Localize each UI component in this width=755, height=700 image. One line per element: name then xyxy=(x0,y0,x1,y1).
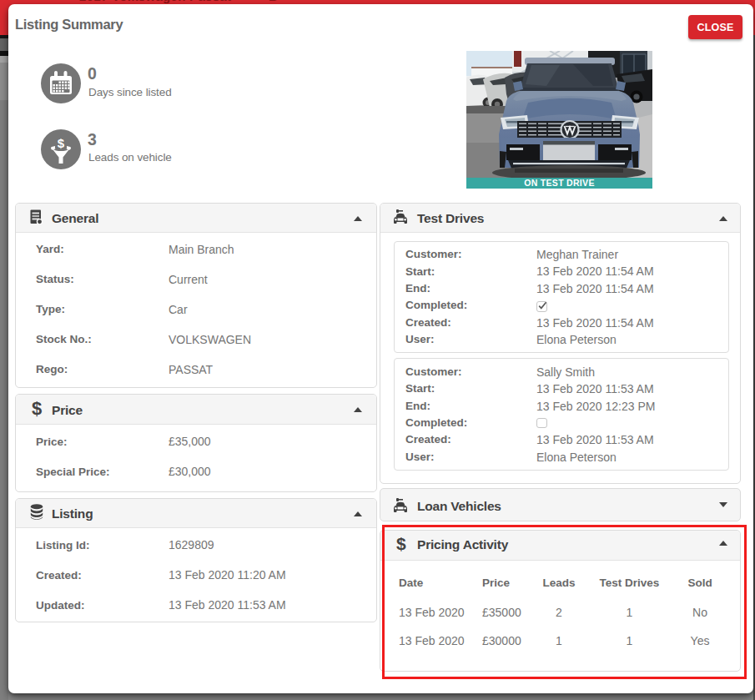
svg-text:$: $ xyxy=(58,136,65,150)
